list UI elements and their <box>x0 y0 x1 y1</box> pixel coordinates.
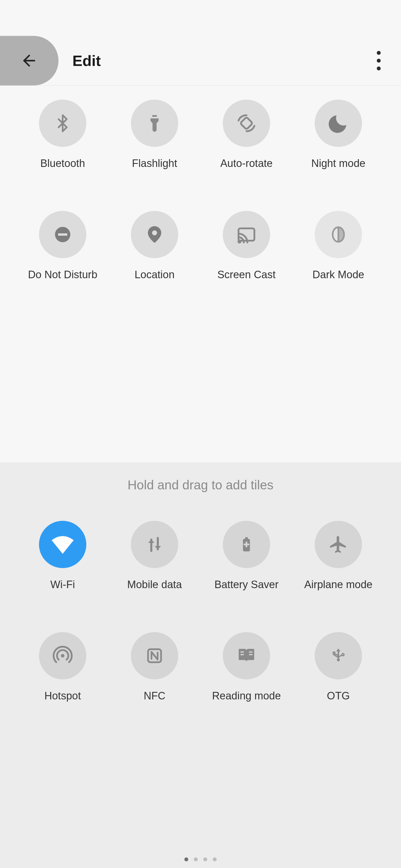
nfc-icon <box>145 647 164 665</box>
tile-batterysaver[interactable]: Battery Saver <box>200 518 292 629</box>
tile-label: Wi-Fi <box>50 579 75 591</box>
svg-rect-9 <box>245 537 248 539</box>
tile-flashlight[interactable]: Flashlight <box>109 97 200 208</box>
page-title: Edit <box>73 52 101 69</box>
location-icon <box>145 224 165 245</box>
available-tiles-panel: Hold and drag to add tiles Wi-Fi Mobile … <box>0 463 401 868</box>
svg-rect-1 <box>152 115 157 117</box>
svg-rect-14 <box>240 652 244 653</box>
tile-label: Dark Mode <box>312 269 364 281</box>
back-button[interactable] <box>0 36 58 85</box>
tile-label: Bluetooth <box>40 157 85 169</box>
battery-icon <box>238 534 255 555</box>
tile-label: Mobile data <box>127 579 182 591</box>
tile-nightmode[interactable]: Night mode <box>292 97 384 208</box>
tile-label: Night mode <box>311 157 365 169</box>
svg-point-12 <box>61 654 65 658</box>
tile-readingmode[interactable]: Reading mode <box>200 629 292 741</box>
tile-autorotate[interactable]: Auto-rotate <box>200 97 292 208</box>
svg-rect-17 <box>249 654 252 655</box>
tile-screencast[interactable]: Screen Cast <box>200 208 292 319</box>
tile-label: Location <box>135 269 175 281</box>
tile-label: OTG <box>327 690 350 702</box>
tile-location[interactable]: Location <box>109 208 200 319</box>
svg-point-5 <box>152 230 157 235</box>
tile-label: Hotspot <box>45 690 81 702</box>
tile-nfc[interactable]: NFC <box>109 629 200 741</box>
tile-label: Flashlight <box>132 157 177 169</box>
tile-label: Battery Saver <box>214 579 279 591</box>
page-dot <box>184 858 188 861</box>
header: Edit <box>0 36 401 86</box>
tile-dnd[interactable]: Do Not Disturb <box>17 208 109 319</box>
usb-icon <box>330 645 347 666</box>
svg-rect-2 <box>240 117 253 130</box>
more-options-button[interactable] <box>370 44 387 78</box>
tile-wifi[interactable]: Wi-Fi <box>17 518 109 629</box>
svg-rect-15 <box>240 654 244 655</box>
svg-rect-11 <box>244 544 249 545</box>
tile-label: Airplane mode <box>304 579 372 591</box>
autorotate-icon <box>236 113 257 134</box>
flashlight-icon <box>145 114 164 133</box>
wifi-icon <box>50 532 75 557</box>
tile-darkmode[interactable]: Dark Mode <box>292 208 384 319</box>
bluetooth-icon <box>53 114 73 133</box>
tile-label: NFC <box>144 690 165 702</box>
current-tiles-panel: Bluetooth Flashlight Auto-rotate Night m… <box>0 86 401 463</box>
drag-hint-text: Hold and drag to add tiles <box>0 477 401 492</box>
contrast-icon <box>328 225 348 244</box>
dnd-icon <box>54 225 72 244</box>
back-arrow-icon <box>20 52 38 69</box>
tile-otg[interactable]: OTG <box>292 629 384 741</box>
tile-bluetooth[interactable]: Bluetooth <box>17 97 109 208</box>
svg-rect-4 <box>58 234 67 236</box>
more-dots-icon <box>377 51 381 55</box>
tile-mobiledata[interactable]: Mobile data <box>109 518 200 629</box>
tile-label: Auto-rotate <box>220 157 273 169</box>
page-indicator <box>0 858 401 861</box>
svg-point-7 <box>238 241 240 243</box>
tile-label: Screen Cast <box>217 269 276 281</box>
hotspot-icon <box>52 645 73 666</box>
tile-label: Do Not Disturb <box>28 269 97 281</box>
book-icon <box>236 645 257 666</box>
airplane-icon <box>328 534 348 555</box>
mobile-data-icon <box>145 535 164 554</box>
tile-hotspot[interactable]: Hotspot <box>17 629 109 741</box>
tile-airplane[interactable]: Airplane mode <box>292 518 384 629</box>
page-dot <box>194 858 198 861</box>
moon-icon <box>328 113 349 134</box>
page-dot <box>213 858 217 861</box>
page-dot <box>203 858 207 861</box>
cast-icon <box>236 224 257 245</box>
svg-rect-16 <box>249 652 252 653</box>
tile-label: Reading mode <box>212 690 281 702</box>
